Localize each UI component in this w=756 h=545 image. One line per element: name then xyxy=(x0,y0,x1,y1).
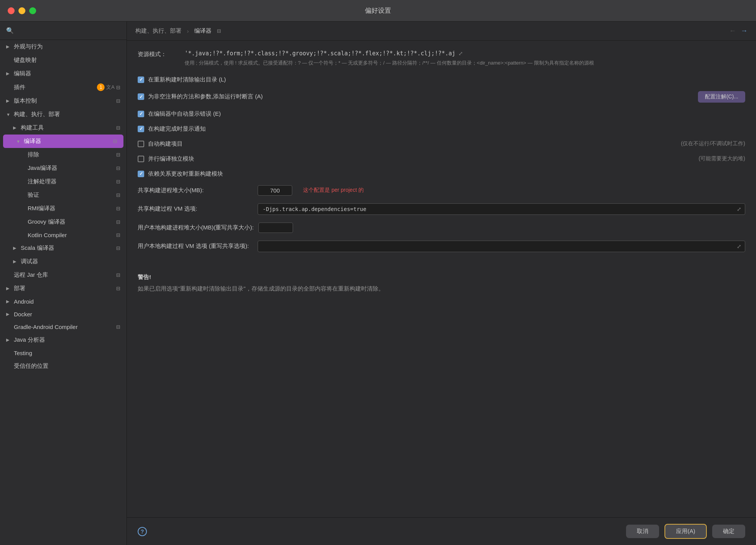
shared-vm-input-wrap: ⤢ xyxy=(258,203,745,215)
expand-user-vm-icon[interactable]: ⤢ xyxy=(737,243,741,249)
checkbox-parallel-compile[interactable] xyxy=(138,156,144,162)
nav-back-arrow[interactable]: ← xyxy=(729,27,736,35)
sidebar-item-deployment[interactable]: ▶部署⊟ xyxy=(0,282,127,295)
sidebar-item-label: 构建、执行、部署 xyxy=(14,111,120,118)
chevron-icon: ▶ xyxy=(6,312,12,317)
sidebar-items-container: ▶外观与行为键盘映射▶编辑器插件1文A⊟▶版本控制⊟▼构建、执行、部署▶构建工具… xyxy=(0,40,127,373)
sidebar-item-label: 编译器 xyxy=(24,138,113,145)
sidebar-item-gradle-android-compiler[interactable]: Gradle-Android Compiler⊟ xyxy=(0,321,127,333)
save-indicator-icon: ⊟ xyxy=(113,138,117,144)
sidebar-item-build-exec-deploy[interactable]: ▼构建、执行、部署 xyxy=(0,108,127,121)
expand-vm-icon[interactable]: ⤢ xyxy=(737,206,741,212)
sidebar-item-remote-jar[interactable]: 远程 Jar 仓库⊟ xyxy=(0,268,127,282)
apply-button[interactable]: 应用(A) xyxy=(664,524,707,539)
search-icon: 🔍 xyxy=(6,27,14,34)
sidebar-item-appearance[interactable]: ▶外观与行为 xyxy=(0,40,127,53)
sidebar-item-rmi-compiler[interactable]: RMI编译器⊟ xyxy=(0,202,127,215)
chevron-icon: ▶ xyxy=(13,246,18,251)
config-annotations-button[interactable]: 配置注解(C)... xyxy=(698,91,745,103)
close-button[interactable] xyxy=(8,7,15,14)
chevron-icon: ▶ xyxy=(6,337,12,342)
shared-heap-label: 共享构建进程堆大小(MB): xyxy=(138,187,253,194)
sidebar-item-label: 键盘映射 xyxy=(14,56,120,64)
save-indicator-icon: ⊟ xyxy=(116,98,120,104)
sidebar-item-scala-compiler[interactable]: ▶Scala 编译器⊟ xyxy=(0,241,127,255)
checkbox-label-rebuild-on-dependency: 依赖关系更改时重新构建模块 xyxy=(148,170,223,178)
traffic-lights xyxy=(8,7,36,14)
checkbox-show-notification[interactable] xyxy=(138,126,144,132)
checkbox-label-auto-show-errors: 在编辑器中自动显示错误 (E) xyxy=(148,110,221,118)
shared-vm-label: 共享构建过程 VM 选项: xyxy=(138,205,253,213)
help-button[interactable]: ? xyxy=(138,527,147,536)
checkbox-label-add-runtime-assertions: 为非空注释的方法和参数,添加运行时断言 (A) xyxy=(148,93,263,100)
checkbox-auto-show-errors[interactable] xyxy=(138,111,144,117)
checkbox-label-clear-output-dir: 在重新构建时清除输出目录 (L) xyxy=(148,76,226,83)
sidebar-item-label: 编辑器 xyxy=(14,70,120,77)
sidebar-item-label: Scala 编译器 xyxy=(21,244,116,252)
user-heap-input[interactable] xyxy=(258,223,293,233)
sidebar-item-label: 插件 xyxy=(14,84,97,91)
sidebar-item-debugger[interactable]: ▶调试器 xyxy=(0,255,127,268)
save-indicator-icon: ⊟ xyxy=(116,85,120,90)
settings-content: 资源模式： '*.java;!?*.form;!?*.class;!?*.gro… xyxy=(127,41,756,517)
expand-resource-icon[interactable]: ⤢ xyxy=(458,50,463,56)
minimize-button[interactable] xyxy=(18,7,25,14)
sidebar-item-annotation-processor[interactable]: 注解处理器⊟ xyxy=(0,175,127,188)
sidebar-item-vcs[interactable]: ▶版本控制⊟ xyxy=(0,94,127,108)
cancel-button[interactable]: 取消 xyxy=(626,525,659,538)
nav-forward-arrow[interactable]: → xyxy=(741,27,748,35)
search-input[interactable] xyxy=(17,27,120,34)
sidebar-item-docker[interactable]: ▶Docker xyxy=(0,308,127,321)
sidebar-item-kotlin-compiler[interactable]: Kotlin Compiler⊟ xyxy=(0,229,127,241)
checkbox-label-show-notification: 在构建完成时显示通知 xyxy=(148,125,206,133)
maximize-button[interactable] xyxy=(29,7,36,14)
sidebar-item-label: Java 分析器 xyxy=(14,336,120,344)
sidebar-item-trusted-locations[interactable]: 受信任的位置 xyxy=(0,359,127,373)
chevron-icon: ▼ xyxy=(6,112,12,117)
sidebar-item-editor[interactable]: ▶编辑器 xyxy=(0,67,127,80)
resource-mode-hint: 使用 ; 分隔模式，使用 ! 求反模式。已接受通配符：? — 仅一个符号；* —… xyxy=(185,59,745,67)
setting-row-show-notification: 在构建完成时显示通知 xyxy=(138,121,745,136)
shared-heap-input[interactable] xyxy=(258,185,292,196)
sidebar: 🔍 ▶外观与行为键盘映射▶编辑器插件1文A⊟▶版本控制⊟▼构建、执行、部署▶构建… xyxy=(0,22,127,545)
save-indicator-icon: ⊟ xyxy=(116,165,120,171)
resource-mode-value: '*.java;!?*.form;!?*.class;!?*.groovy;!?… xyxy=(185,50,455,57)
sidebar-item-validation[interactable]: 验证⊟ xyxy=(0,188,127,202)
sidebar-item-keymap[interactable]: 键盘映射 xyxy=(0,53,127,67)
save-indicator-icon: ⊟ xyxy=(116,245,120,251)
bottom-bar: ? 取消 应用(A) 确定 xyxy=(127,517,756,545)
ok-button[interactable]: 确定 xyxy=(712,525,745,538)
sidebar-item-build-tools[interactable]: ▶构建工具⊟ xyxy=(0,121,127,135)
sidebar-item-java-analyzer[interactable]: ▶Java 分析器 xyxy=(0,333,127,347)
chevron-icon: ▼ xyxy=(16,139,22,144)
window-title: 偏好设置 xyxy=(365,6,391,15)
sidebar-item-java-compiler[interactable]: Java编译器⊟ xyxy=(0,161,127,175)
resource-mode-value-container: '*.java;!?*.form;!?*.class;!?*.groovy;!?… xyxy=(185,50,745,67)
breadcrumb-sep: › xyxy=(187,28,189,34)
save-indicator-icon: ⊟ xyxy=(116,324,120,330)
sidebar-item-groovy-compiler[interactable]: Groovy 编译器⊟ xyxy=(0,215,127,229)
save-indicator-icon: ⊟ xyxy=(116,192,120,198)
user-heap-label: 用户本地构建进程堆大小(MB)(重写共享大小): xyxy=(138,224,254,231)
chevron-icon: ▶ xyxy=(6,286,12,291)
shared-vm-input[interactable] xyxy=(258,203,745,215)
checkbox-auto-build[interactable] xyxy=(138,141,144,147)
sidebar-item-label: Groovy 编译器 xyxy=(28,218,116,226)
sidebar-item-testing[interactable]: Testing xyxy=(0,347,127,359)
chevron-icon: ▶ xyxy=(6,44,12,49)
chevron-icon: ▶ xyxy=(6,299,12,304)
toolbar-nav: ← → xyxy=(729,27,748,35)
sidebar-item-plugins[interactable]: 插件1文A⊟ xyxy=(0,80,127,94)
checkbox-clear-output-dir[interactable] xyxy=(138,76,144,83)
sidebar-item-compiler[interactable]: ▼编译器⊟ xyxy=(3,135,123,148)
sidebar-item-android[interactable]: ▶Android xyxy=(0,295,127,308)
checkbox-rebuild-on-dependency[interactable] xyxy=(138,171,144,177)
sidebar-item-label: Docker xyxy=(14,311,120,317)
sidebar-item-exclude[interactable]: 排除⊟ xyxy=(0,148,127,161)
checkbox-add-runtime-assertions[interactable] xyxy=(138,93,144,100)
save-indicator-icon: ⊟ xyxy=(116,286,120,291)
sidebar-item-label: Kotlin Compiler xyxy=(28,232,116,238)
sidebar-item-label: 注解处理器 xyxy=(28,178,116,185)
user-vm-input[interactable] xyxy=(258,241,745,252)
user-vm-label: 用户本地构建过程 VM 选项 (重写共享选项): xyxy=(138,243,253,250)
